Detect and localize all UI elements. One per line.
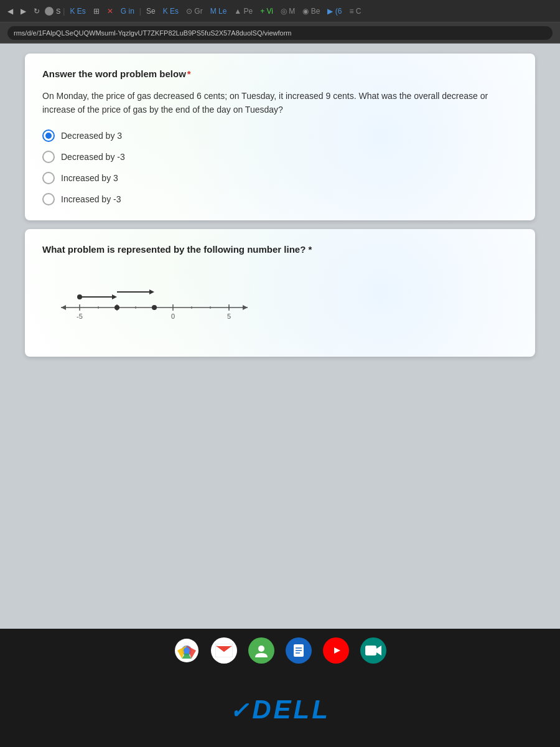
address-bar-row: rms/d/e/1FAlpQLSeQUQWMsuml-YqzlgvUT7ZKFP… xyxy=(0,22,560,44)
taskbar xyxy=(0,629,560,672)
option-3[interactable]: Increased by 3 xyxy=(42,172,518,184)
dell-logo-text: DELL xyxy=(252,695,330,724)
taskbar-docs[interactable] xyxy=(286,637,312,664)
tab-label-s: S xyxy=(56,7,60,15)
tick-label-n5: -5 xyxy=(77,312,83,320)
arrow1-start xyxy=(77,294,82,299)
question1-required: * xyxy=(187,68,191,79)
arrow1-head xyxy=(112,294,117,299)
option-4-label: Increased by -3 xyxy=(61,194,121,204)
browser-tab-1: S xyxy=(45,7,60,16)
svg-rect-21 xyxy=(365,646,376,655)
nav-back[interactable]: ◀ xyxy=(5,6,16,17)
page-content: Answer the word problem below* On Monday… xyxy=(0,44,560,629)
docs-icon xyxy=(291,643,306,658)
option-2[interactable]: Decreased by -3 xyxy=(42,151,518,163)
arrow2-start-dot xyxy=(114,305,119,310)
sep2: | xyxy=(139,7,141,16)
tab-favicon-1 xyxy=(45,7,54,16)
tab-mle[interactable]: M Le xyxy=(208,6,230,17)
arrow2-head xyxy=(149,289,154,294)
gmail-icon xyxy=(215,644,233,657)
taskbar-person[interactable] xyxy=(248,637,274,664)
options-list: Decreased by 3 Decreased by -3 Increased… xyxy=(42,129,518,205)
dell-logo: ✓DELL xyxy=(230,695,330,725)
taskbar-youtube[interactable] xyxy=(323,637,349,664)
tab-vi[interactable]: + Vi xyxy=(258,6,276,17)
arrow2-end-dot xyxy=(152,305,157,310)
tab-divider: ⊞ xyxy=(91,6,102,17)
tick-label-5: 5 xyxy=(227,312,231,320)
radio-1-inner xyxy=(45,133,52,139)
tab-pe[interactable]: ▲ Pe xyxy=(231,6,255,17)
tab-k[interactable]: K Es xyxy=(67,6,88,17)
radio-2[interactable] xyxy=(42,151,55,163)
option-2-label: Decreased by -3 xyxy=(61,152,125,162)
browser-chrome: ◀ ▶ ↻ S | K Es ⊞ ✕ G in | Se K Es ⊙ Gr M… xyxy=(0,0,560,22)
right-arrow xyxy=(243,305,248,310)
question1-label-text: Answer the word problem below xyxy=(42,68,186,79)
person-icon xyxy=(253,642,269,659)
radio-1[interactable] xyxy=(42,129,55,142)
tick-label-0: 0 xyxy=(171,312,175,320)
taskbar-chrome[interactable] xyxy=(174,637,200,664)
radio-3[interactable] xyxy=(42,172,55,184)
tab-x[interactable]: ✕ xyxy=(105,6,116,17)
taskbar-gmail[interactable] xyxy=(211,637,237,664)
svg-point-12 xyxy=(184,647,190,654)
address-bar[interactable]: rms/d/e/1FAlpQLSeQUQWMsuml-YqzlgvUT7ZKFP… xyxy=(7,26,553,40)
dell-check: ✓ xyxy=(230,698,251,723)
nav-forward[interactable]: ▶ xyxy=(18,6,29,17)
tab-m[interactable]: ◎ M xyxy=(278,6,297,17)
option-1[interactable]: Decreased by 3 xyxy=(42,129,518,142)
tab-kes2[interactable]: K Es xyxy=(161,6,181,17)
tab-sep: | xyxy=(63,7,65,16)
question2-card: What problem is represented by the follo… xyxy=(25,229,535,357)
question1-label: Answer the word problem below* xyxy=(42,68,518,79)
option-3-label: Increased by 3 xyxy=(61,173,118,183)
number-line-area: -5 0 xyxy=(42,267,518,342)
chrome-icon xyxy=(175,639,198,662)
tab-be[interactable]: ◉ Be xyxy=(300,6,322,17)
dell-area: ✓DELL xyxy=(0,672,560,747)
question1-card: Answer the word problem below* On Monday… xyxy=(25,54,535,220)
question2-label-text: What problem is represented by the follo… xyxy=(42,244,306,255)
address-text: rms/d/e/1FAlpQLSeQUQWMsuml-YqzlgvUT7ZKFP… xyxy=(14,29,292,37)
option-4[interactable]: Increased by -3 xyxy=(42,193,518,205)
nav-reload[interactable]: ↻ xyxy=(31,6,42,17)
radio-4[interactable] xyxy=(42,193,55,205)
left-arrow xyxy=(61,305,66,310)
svg-point-14 xyxy=(258,646,264,652)
tab-se[interactable]: Se xyxy=(144,6,158,17)
youtube-icon xyxy=(327,644,345,657)
number-line-svg: -5 0 xyxy=(49,280,260,329)
word-problem-text: On Monday, the price of gas decreased 6 … xyxy=(42,89,518,117)
svg-marker-22 xyxy=(376,646,381,655)
question2-required: * xyxy=(306,244,312,255)
tab-more[interactable]: ≡ C xyxy=(347,6,363,17)
meet-icon xyxy=(365,644,382,657)
tab-gin[interactable]: G in xyxy=(118,6,137,17)
option-1-label: Decreased by 3 xyxy=(61,131,122,141)
question2-label: What problem is represented by the follo… xyxy=(42,244,518,255)
taskbar-meet[interactable] xyxy=(360,637,386,664)
tab-6[interactable]: ▶ (6 xyxy=(325,6,344,17)
tab-gr[interactable]: ⊙ Gr xyxy=(184,6,205,17)
